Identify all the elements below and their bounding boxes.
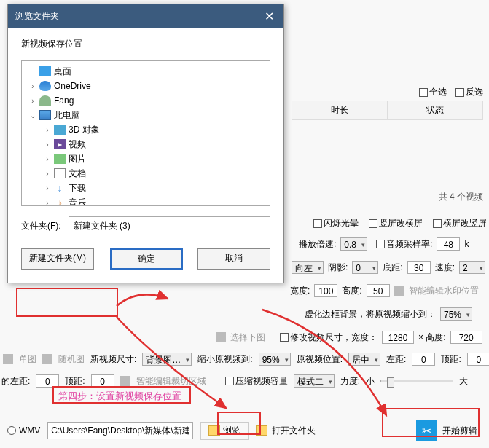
select-all[interactable]: 全选 xyxy=(419,86,447,98)
bottom-dist[interactable]: 30 xyxy=(407,261,431,274)
tree-item[interactable]: ›3D 对象 xyxy=(25,122,267,137)
pic-icon xyxy=(54,154,66,164)
folder-icon xyxy=(208,425,220,436)
tree-item[interactable]: ›图片 xyxy=(25,152,267,166)
start-button[interactable]: ✂ 开始剪辑 xyxy=(410,419,483,442)
video-count: 共 4 个视频 xyxy=(439,191,483,203)
col-duration: 时长 xyxy=(292,101,388,120)
folder-name-input[interactable] xyxy=(69,216,270,235)
mod-height[interactable]: 720 xyxy=(450,331,482,344)
tree-label: 视频 xyxy=(69,138,86,151)
tree-item[interactable]: 桌面 xyxy=(25,64,267,79)
close-icon[interactable]: ✕ xyxy=(262,9,276,23)
shrink[interactable]: 95% xyxy=(259,353,291,366)
browse-button[interactable]: 浏览 xyxy=(200,422,249,440)
origpos[interactable]: 居中 xyxy=(348,353,380,366)
folder-field-label: 文件夹(F): xyxy=(21,220,61,232)
expand-icon[interactable]: › xyxy=(44,126,51,134)
wm-width[interactable]: 100 xyxy=(314,284,337,297)
power-slider[interactable] xyxy=(380,380,453,382)
dialog-subtitle: 新视频保存位置 xyxy=(21,38,270,50)
left-dist[interactable]: 0 xyxy=(412,353,435,366)
vid-icon: ▶ xyxy=(54,139,66,149)
tree-label: 桌面 xyxy=(54,66,71,78)
arrow-1 xyxy=(109,284,182,313)
fmt-wmv[interactable]: WMV xyxy=(7,425,40,436)
wm-icon xyxy=(394,286,404,296)
mus-icon: ♪ xyxy=(54,197,66,206)
user-icon xyxy=(39,95,51,106)
folder-tree[interactable]: 桌面›OneDrive›Fang⌄此电脑›3D 对象›▶视频›图片›文档›↓下载… xyxy=(21,60,270,206)
tree-label: 下载 xyxy=(69,182,86,194)
expand-icon[interactable]: › xyxy=(29,82,36,90)
crop-icon xyxy=(120,376,130,386)
newsize[interactable]: 背景图… xyxy=(142,353,192,366)
opt-h2v[interactable]: 横屏改竖屏 xyxy=(433,217,487,229)
cloud-icon xyxy=(39,81,51,91)
ok-button[interactable]: 确定 xyxy=(110,248,183,270)
new-folder-button[interactable]: 新建文件夹(M) xyxy=(21,248,94,270)
expand-icon[interactable]: ⌄ xyxy=(29,111,36,119)
opt-v2h[interactable]: 竖屏改横屏 xyxy=(369,217,423,229)
expand-icon[interactable]: › xyxy=(44,199,51,207)
folder-icon xyxy=(256,425,267,436)
playspeed[interactable]: 0.8 xyxy=(340,237,367,251)
tree-label: 音乐 xyxy=(69,197,86,207)
tree-label: 3D 对象 xyxy=(69,124,100,136)
top2[interactable]: 0 xyxy=(91,374,114,388)
pc-icon xyxy=(39,110,51,120)
scissors-icon: ✂ xyxy=(416,420,437,441)
single-icon xyxy=(3,354,13,364)
tree-item[interactable]: ›♪音乐 xyxy=(25,195,267,206)
tree-item[interactable]: ›OneDrive xyxy=(25,79,267,93)
tree-item[interactable]: ⌄此电脑 xyxy=(25,108,267,122)
left2[interactable]: 0 xyxy=(36,374,59,388)
opt-compress[interactable]: 压缩视频容量 xyxy=(225,375,288,388)
doc-icon xyxy=(54,168,66,178)
open-folder[interactable]: 打开文件夹 xyxy=(256,425,316,437)
tree-label: OneDrive xyxy=(54,81,91,91)
expand-icon[interactable]: › xyxy=(44,170,51,178)
tree-item[interactable]: ›▶视频 xyxy=(25,137,267,152)
pick-icon xyxy=(216,332,226,342)
invert-select[interactable]: 反选 xyxy=(455,86,483,98)
expand-icon[interactable]: › xyxy=(29,97,36,105)
dl-icon: ↓ xyxy=(54,183,66,193)
tree-label: 图片 xyxy=(69,153,86,165)
mod-width[interactable]: 1280 xyxy=(382,331,414,344)
tree-item[interactable]: ›Fang xyxy=(25,93,267,108)
top-dist[interactable]: 0 xyxy=(467,353,489,366)
step-hint: 第四步：设置新视频保存位置 xyxy=(58,390,181,403)
vborder-pct[interactable]: 75% xyxy=(440,307,472,321)
col-status: 状态 xyxy=(388,101,484,120)
mode[interactable]: 模式二 xyxy=(294,374,335,388)
cancel-button[interactable]: 取消 xyxy=(197,248,270,270)
expand-icon[interactable]: › xyxy=(44,184,51,192)
tree-label: 文档 xyxy=(69,168,86,180)
wm-height[interactable]: 50 xyxy=(367,284,390,297)
audiorate-input[interactable]: 48 xyxy=(437,237,460,251)
expand-icon[interactable]: › xyxy=(44,155,51,163)
tree-label: 此电脑 xyxy=(54,109,80,122)
tree-label: Fang xyxy=(54,95,74,106)
desk-icon xyxy=(39,66,51,76)
speed[interactable]: 2 xyxy=(459,261,485,274)
browse-folder-dialog: 浏览文件夹 ✕ 新视频保存位置 桌面›OneDrive›Fang⌄此电脑›3D … xyxy=(7,4,284,283)
save-path[interactable] xyxy=(47,422,193,439)
dir-select[interactable]: 向左 xyxy=(292,261,324,274)
opt-flash[interactable]: 闪烁光晕 xyxy=(313,217,359,229)
shadow[interactable]: 0 xyxy=(352,261,378,274)
tree-item[interactable]: ›↓下载 xyxy=(25,181,267,195)
highlight-newfolder xyxy=(16,288,118,317)
opt-audiorate[interactable]: 音频采样率: xyxy=(376,238,432,251)
obj3d-icon xyxy=(54,125,66,135)
opt-modsize[interactable]: 修改视频尺寸，宽度： xyxy=(280,331,377,344)
random-icon xyxy=(42,354,52,364)
dialog-title: 浏览文件夹 xyxy=(15,10,59,23)
tree-item[interactable]: ›文档 xyxy=(25,166,267,181)
expand-icon[interactable]: › xyxy=(44,141,51,149)
